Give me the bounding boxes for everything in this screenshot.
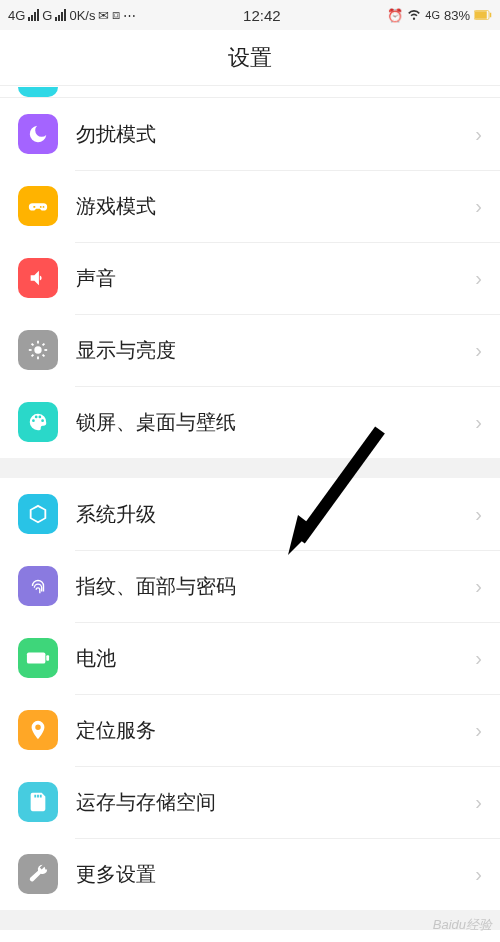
moon-icon [18,114,58,154]
app-icon: ⧈ [112,7,120,23]
row-fingerprint[interactable]: 指纹、面部与密码 › [0,550,500,622]
chevron-right-icon: › [475,791,482,814]
chevron-right-icon: › [475,719,482,742]
row-storage[interactable]: 运存与存储空间 › [0,766,500,838]
battery-text: 83% [444,8,470,23]
svg-line-11 [43,344,45,346]
row-label: 游戏模式 [76,193,475,220]
speaker-icon [18,258,58,298]
svg-rect-13 [46,655,49,661]
wrench-icon [18,854,58,894]
row-display[interactable]: 显示与亮度 › [0,314,500,386]
network-label-2: G [42,8,52,23]
row-system-upgrade[interactable]: 系统升级 › [0,478,500,550]
svg-line-8 [32,344,34,346]
chevron-right-icon: › [475,863,482,886]
status-bar: 4G G 0K/s ✉ ⧈ ⋯ 12:42 ⏰ 4G 83% [0,0,500,30]
signal-label: 4G [425,9,440,21]
chevron-right-icon: › [475,195,482,218]
svg-rect-1 [475,11,487,19]
status-time: 12:42 [243,7,281,24]
svg-point-3 [34,346,41,353]
row-label: 更多设置 [76,861,475,888]
brightness-icon [18,330,58,370]
row-label: 运存与存储空间 [76,789,475,816]
gamepad-icon [18,186,58,226]
svg-line-9 [43,355,45,357]
row-label: 锁屏、桌面与壁纸 [76,409,475,436]
battery-icon [18,638,58,678]
row-label: 显示与亮度 [76,337,475,364]
wechat-icon: ✉ [98,8,109,23]
settings-group-1: 勿扰模式 › 游戏模式 › 声音 › 显示与亮度 › 锁屏、桌面与壁纸 › [0,98,500,458]
alarm-icon: ⏰ [387,8,403,23]
row-label: 电池 [76,645,475,672]
row-battery[interactable]: 电池 › [0,622,500,694]
net-speed: 0K/s [69,8,95,23]
chevron-right-icon: › [475,123,482,146]
chevron-right-icon: › [475,267,482,290]
row-more-settings[interactable]: 更多设置 › [0,838,500,910]
group-separator [0,910,500,930]
chevron-right-icon: › [475,503,482,526]
sdcard-icon [18,782,58,822]
partial-row[interactable] [0,86,500,98]
network-label-1: 4G [8,8,25,23]
settings-group-2: 系统升级 › 指纹、面部与密码 › 电池 › 定位服务 › 运存与存储空间 › … [0,478,500,910]
chevron-right-icon: › [475,339,482,362]
settings-group-3: 帐户与同步 › [0,930,500,942]
row-sound[interactable]: 声音 › [0,242,500,314]
row-label: 声音 [76,265,475,292]
chevron-right-icon: › [475,575,482,598]
chevron-right-icon: › [475,647,482,670]
row-game[interactable]: 游戏模式 › [0,170,500,242]
signal-bars-icon [55,9,66,21]
svg-line-10 [32,355,34,357]
page-title: 设置 [228,43,272,73]
more-icon: ⋯ [123,8,136,23]
status-left: 4G G 0K/s ✉ ⧈ ⋯ [8,7,136,23]
row-label: 指纹、面部与密码 [76,573,475,600]
svg-rect-2 [490,12,492,17]
row-label: 定位服务 [76,717,475,744]
row-account-sync[interactable]: 帐户与同步 › [0,930,500,942]
chevron-right-icon: › [475,411,482,434]
row-label: 勿扰模式 [76,121,475,148]
row-location[interactable]: 定位服务 › [0,694,500,766]
wifi-icon [407,7,421,24]
row-label: 系统升级 [76,501,475,528]
palette-icon [18,402,58,442]
row-lock[interactable]: 锁屏、桌面与壁纸 › [0,386,500,458]
row-dnd[interactable]: 勿扰模式 › [0,98,500,170]
fingerprint-icon [18,566,58,606]
battery-icon [474,8,492,23]
status-right: ⏰ 4G 83% [387,7,492,24]
group-separator [0,458,500,478]
box-icon [18,494,58,534]
signal-bars-icon [28,9,39,21]
page-header: 设置 [0,30,500,86]
watermark: Baidu经验 [433,916,492,934]
pin-icon [18,710,58,750]
svg-rect-12 [27,652,45,663]
